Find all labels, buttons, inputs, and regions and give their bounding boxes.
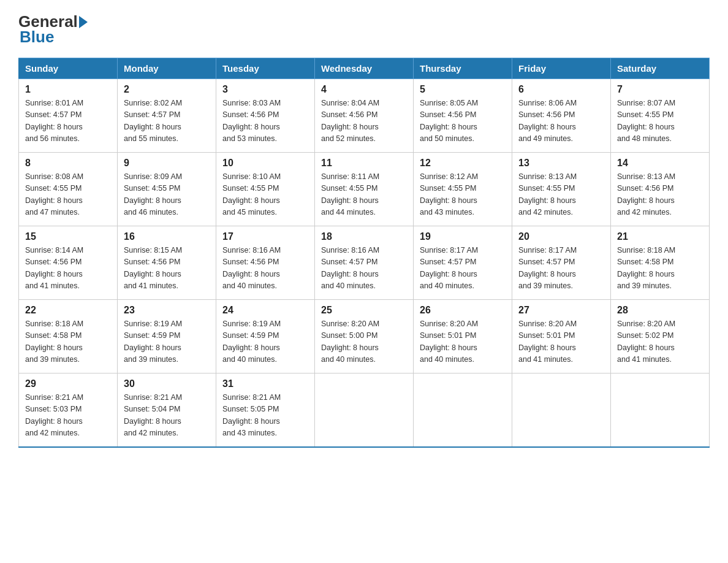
day-number: 17 xyxy=(222,231,308,242)
calendar-cell: 19Sunrise: 8:17 AMSunset: 4:57 PMDayligh… xyxy=(414,226,512,300)
day-info: Sunrise: 8:09 AMSunset: 4:55 PMDaylight:… xyxy=(124,171,210,219)
calendar-cell: 29Sunrise: 8:21 AMSunset: 5:03 PMDayligh… xyxy=(19,373,118,447)
weekday-header-thursday: Thursday xyxy=(414,58,512,79)
weekday-header-sunday: Sunday xyxy=(19,58,118,79)
day-number: 29 xyxy=(25,378,111,389)
day-number: 27 xyxy=(518,305,604,316)
calendar-cell: 22Sunrise: 8:18 AMSunset: 4:58 PMDayligh… xyxy=(19,300,118,373)
calendar-cell: 3Sunrise: 8:03 AMSunset: 4:56 PMDaylight… xyxy=(216,79,315,153)
day-number: 10 xyxy=(222,158,308,169)
day-info: Sunrise: 8:15 AMSunset: 4:56 PMDaylight:… xyxy=(124,245,210,293)
day-info: Sunrise: 8:16 AMSunset: 4:57 PMDaylight:… xyxy=(321,245,407,293)
day-info: Sunrise: 8:19 AMSunset: 4:59 PMDaylight:… xyxy=(124,318,210,366)
weekday-header-friday: Friday xyxy=(512,58,611,79)
calendar-cell: 24Sunrise: 8:19 AMSunset: 4:59 PMDayligh… xyxy=(216,300,315,373)
day-info: Sunrise: 8:10 AMSunset: 4:55 PMDaylight:… xyxy=(222,171,308,219)
calendar-cell: 1Sunrise: 8:01 AMSunset: 4:57 PMDaylight… xyxy=(19,79,118,153)
week-row-5: 29Sunrise: 8:21 AMSunset: 5:03 PMDayligh… xyxy=(19,373,710,447)
day-info: Sunrise: 8:05 AMSunset: 4:56 PMDaylight:… xyxy=(420,98,506,145)
day-info: Sunrise: 8:11 AMSunset: 4:55 PMDaylight:… xyxy=(321,171,407,219)
day-number: 26 xyxy=(420,305,506,316)
calendar-cell xyxy=(414,373,512,447)
day-info: Sunrise: 8:01 AMSunset: 4:57 PMDaylight:… xyxy=(25,98,111,145)
day-number: 22 xyxy=(25,305,111,316)
day-info: Sunrise: 8:18 AMSunset: 4:58 PMDaylight:… xyxy=(25,318,111,366)
page-header: General Blue xyxy=(18,12,710,47)
day-number: 13 xyxy=(518,158,604,169)
calendar-cell: 9Sunrise: 8:09 AMSunset: 4:55 PMDaylight… xyxy=(118,153,216,226)
calendar-cell: 25Sunrise: 8:20 AMSunset: 5:00 PMDayligh… xyxy=(315,300,414,373)
day-info: Sunrise: 8:21 AMSunset: 5:04 PMDaylight:… xyxy=(124,392,210,440)
day-info: Sunrise: 8:02 AMSunset: 4:57 PMDaylight:… xyxy=(124,98,210,145)
calendar-cell: 27Sunrise: 8:20 AMSunset: 5:01 PMDayligh… xyxy=(512,300,611,373)
day-number: 28 xyxy=(617,305,703,316)
day-info: Sunrise: 8:19 AMSunset: 4:59 PMDaylight:… xyxy=(222,318,308,366)
day-info: Sunrise: 8:17 AMSunset: 4:57 PMDaylight:… xyxy=(420,245,506,293)
calendar-cell: 20Sunrise: 8:17 AMSunset: 4:57 PMDayligh… xyxy=(512,226,611,300)
day-info: Sunrise: 8:13 AMSunset: 4:56 PMDaylight:… xyxy=(617,171,703,219)
day-number: 8 xyxy=(25,158,111,169)
day-info: Sunrise: 8:20 AMSunset: 5:02 PMDaylight:… xyxy=(617,318,703,366)
calendar-cell: 17Sunrise: 8:16 AMSunset: 4:56 PMDayligh… xyxy=(216,226,315,300)
logo-blue-text: Blue xyxy=(20,28,54,46)
day-info: Sunrise: 8:03 AMSunset: 4:56 PMDaylight:… xyxy=(222,98,308,145)
day-number: 21 xyxy=(617,231,703,242)
day-number: 24 xyxy=(222,305,308,316)
calendar-cell: 13Sunrise: 8:13 AMSunset: 4:55 PMDayligh… xyxy=(512,153,611,226)
day-info: Sunrise: 8:18 AMSunset: 4:58 PMDaylight:… xyxy=(617,245,703,293)
calendar-cell xyxy=(315,373,414,447)
logo-triangle-icon xyxy=(79,16,88,28)
calendar-cell: 18Sunrise: 8:16 AMSunset: 4:57 PMDayligh… xyxy=(315,226,414,300)
day-info: Sunrise: 8:21 AMSunset: 5:03 PMDaylight:… xyxy=(25,392,111,440)
day-number: 11 xyxy=(321,158,407,169)
day-info: Sunrise: 8:04 AMSunset: 4:56 PMDaylight:… xyxy=(321,98,407,145)
day-number: 2 xyxy=(124,84,210,95)
day-number: 23 xyxy=(124,305,210,316)
day-number: 1 xyxy=(25,84,111,95)
calendar-cell: 4Sunrise: 8:04 AMSunset: 4:56 PMDaylight… xyxy=(315,79,414,153)
calendar-cell: 28Sunrise: 8:20 AMSunset: 5:02 PMDayligh… xyxy=(611,300,710,373)
calendar-cell: 21Sunrise: 8:18 AMSunset: 4:58 PMDayligh… xyxy=(611,226,710,300)
weekday-header-row: SundayMondayTuesdayWednesdayThursdayFrid… xyxy=(19,58,710,79)
day-number: 18 xyxy=(321,231,407,242)
day-number: 20 xyxy=(518,231,604,242)
logo: General Blue xyxy=(18,12,89,47)
week-row-1: 1Sunrise: 8:01 AMSunset: 4:57 PMDaylight… xyxy=(19,79,710,153)
day-info: Sunrise: 8:12 AMSunset: 4:55 PMDaylight:… xyxy=(420,171,506,219)
day-number: 4 xyxy=(321,84,407,95)
calendar-cell: 23Sunrise: 8:19 AMSunset: 4:59 PMDayligh… xyxy=(118,300,216,373)
day-number: 25 xyxy=(321,305,407,316)
day-number: 12 xyxy=(420,158,506,169)
day-info: Sunrise: 8:06 AMSunset: 4:56 PMDaylight:… xyxy=(518,98,604,145)
calendar-cell: 7Sunrise: 8:07 AMSunset: 4:55 PMDaylight… xyxy=(611,79,710,153)
week-row-3: 15Sunrise: 8:14 AMSunset: 4:56 PMDayligh… xyxy=(19,226,710,300)
day-number: 6 xyxy=(518,84,604,95)
day-number: 16 xyxy=(124,231,210,242)
day-info: Sunrise: 8:07 AMSunset: 4:55 PMDaylight:… xyxy=(617,98,703,145)
day-number: 31 xyxy=(222,378,308,389)
day-info: Sunrise: 8:20 AMSunset: 5:01 PMDaylight:… xyxy=(518,318,604,366)
day-info: Sunrise: 8:20 AMSunset: 5:01 PMDaylight:… xyxy=(420,318,506,366)
calendar-cell: 6Sunrise: 8:06 AMSunset: 4:56 PMDaylight… xyxy=(512,79,611,153)
week-row-4: 22Sunrise: 8:18 AMSunset: 4:58 PMDayligh… xyxy=(19,300,710,373)
day-info: Sunrise: 8:14 AMSunset: 4:56 PMDaylight:… xyxy=(25,245,111,293)
day-number: 9 xyxy=(124,158,210,169)
day-info: Sunrise: 8:16 AMSunset: 4:56 PMDaylight:… xyxy=(222,245,308,293)
day-number: 7 xyxy=(617,84,703,95)
day-number: 14 xyxy=(617,158,703,169)
calendar-cell: 10Sunrise: 8:10 AMSunset: 4:55 PMDayligh… xyxy=(216,153,315,226)
calendar-cell: 15Sunrise: 8:14 AMSunset: 4:56 PMDayligh… xyxy=(19,226,118,300)
day-number: 5 xyxy=(420,84,506,95)
day-info: Sunrise: 8:17 AMSunset: 4:57 PMDaylight:… xyxy=(518,245,604,293)
weekday-header-saturday: Saturday xyxy=(611,58,710,79)
day-number: 3 xyxy=(222,84,308,95)
calendar-cell: 30Sunrise: 8:21 AMSunset: 5:04 PMDayligh… xyxy=(118,373,216,447)
calendar-cell: 16Sunrise: 8:15 AMSunset: 4:56 PMDayligh… xyxy=(118,226,216,300)
calendar-cell: 5Sunrise: 8:05 AMSunset: 4:56 PMDaylight… xyxy=(414,79,512,153)
calendar-cell: 12Sunrise: 8:12 AMSunset: 4:55 PMDayligh… xyxy=(414,153,512,226)
day-number: 15 xyxy=(25,231,111,242)
day-number: 19 xyxy=(420,231,506,242)
calendar-cell: 11Sunrise: 8:11 AMSunset: 4:55 PMDayligh… xyxy=(315,153,414,226)
weekday-header-wednesday: Wednesday xyxy=(315,58,414,79)
day-info: Sunrise: 8:08 AMSunset: 4:55 PMDaylight:… xyxy=(25,171,111,219)
